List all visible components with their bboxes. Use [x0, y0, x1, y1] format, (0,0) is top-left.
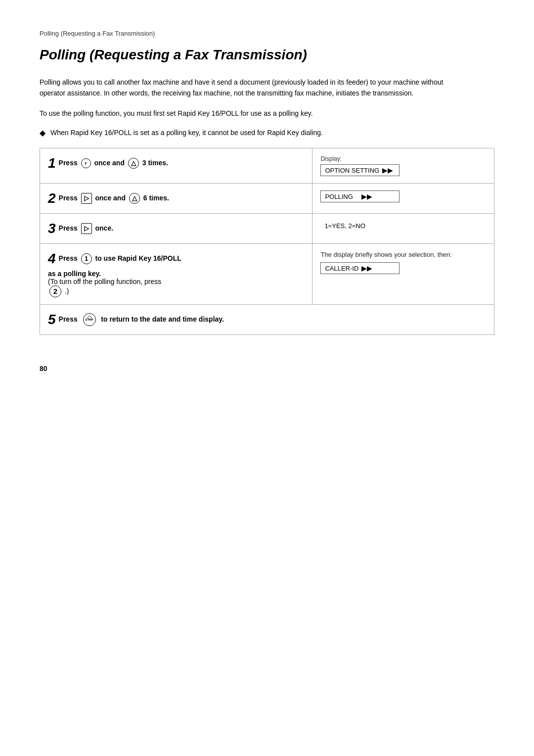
step-3-header: 3 Press ▷ once. — [48, 221, 304, 236]
display-text-2: POLLING — [325, 193, 353, 200]
step-4-header: 4 Press 1 to use Rapid Key 16/POLL — [48, 251, 304, 267]
breadcrumb: Polling (Requesting a Fax Transmission) — [40, 30, 494, 37]
table-row: 1 Press F once and △ 3 times. Display: O… — [40, 148, 494, 184]
step-2-number: 2 — [48, 190, 56, 206]
step-3-left: 3 Press ▷ once. — [40, 214, 312, 244]
page-number: 80 — [40, 365, 494, 373]
key2-icon: 2 — [49, 285, 61, 297]
step-4-sub-bold: as a polling key. — [48, 270, 101, 278]
step-3-instruction: Press ▷ once. — [59, 223, 114, 234]
page-title: Polling (Requesting a Fax Transmission) — [40, 47, 494, 63]
scroll-up2-icon: △ — [129, 193, 140, 204]
step-4-sub: as a polling key. (To turn off the polli… — [48, 270, 304, 297]
steps-table: 1 Press F once and △ 3 times. Display: O… — [40, 148, 494, 335]
note-item: ◆ When Rapid Key 16/POLL is set as a pol… — [40, 128, 445, 138]
display-arrow-1: ▶▶ — [382, 166, 393, 174]
step-1-left: 1 Press F once and △ 3 times. — [40, 148, 312, 184]
display-text-3: 1=YES, 2=NO — [324, 222, 365, 230]
table-row: 3 Press ▷ once. 1=YES, 2=NO — [40, 214, 494, 244]
stop-icon: ◯STOP — [83, 313, 96, 326]
note-diamond: ◆ — [40, 128, 45, 138]
step-1-number: 1 — [48, 155, 56, 171]
display-box-3: 1=YES, 2=NO — [320, 221, 400, 231]
table-row: 5 Press ◯STOP to return to the date and … — [40, 305, 494, 335]
step-2-right: POLLING ▶▶ — [312, 184, 494, 214]
step-3-number: 3 — [48, 221, 56, 236]
display-box-1: OPTION SETTING ▶▶ — [320, 164, 400, 176]
display-arrow-2: ▶▶ — [356, 192, 373, 200]
step-5-number: 5 — [48, 312, 56, 328]
scroll-up-icon: △ — [128, 158, 139, 169]
menu-right2-icon: ▷ — [81, 223, 92, 234]
step-1-header: 1 Press F once and △ 3 times. — [48, 155, 304, 171]
step-5-header: 5 Press ◯STOP to return to the date and … — [48, 312, 486, 328]
key1-icon: 1 — [81, 253, 92, 264]
intro-para-1: Polling allows you to call another fax m… — [40, 77, 445, 99]
step-4-instruction: Press 1 to use Rapid Key 16/POLL — [59, 253, 181, 264]
display-note-4: The display briefly shows your selection… — [320, 251, 486, 258]
step-1-right: Display: OPTION SETTING ▶▶ — [312, 148, 494, 184]
step-4-right: The display briefly shows your selection… — [312, 244, 494, 305]
step-4-number: 4 — [48, 251, 56, 267]
display-text-1: OPTION SETTING — [325, 167, 379, 174]
table-row: 4 Press 1 to use Rapid Key 16/POLL as a … — [40, 244, 494, 305]
display-arrow-4: ▶▶ — [361, 264, 372, 272]
step-2-left: 2 Press ▷ once and △ 6 times. — [40, 184, 312, 214]
step-5-instruction: Press ◯STOP to return to the date and ti… — [59, 313, 224, 326]
display-label-1: Display: — [320, 155, 486, 162]
step-2-header: 2 Press ▷ once and △ 6 times. — [48, 190, 304, 206]
step-4-left: 4 Press 1 to use Rapid Key 16/POLL as a … — [40, 244, 312, 305]
function-icon: F — [81, 158, 91, 168]
step-4-sub-paren: (To turn off the polling function, press — [48, 278, 161, 285]
display-box-2: POLLING ▶▶ — [320, 190, 400, 202]
display-box-4: CALLER-ID ▶▶ — [320, 262, 400, 274]
note-text: When Rapid Key 16/POLL is set as a polli… — [50, 128, 323, 138]
display-text-4: CALLER-ID — [325, 265, 358, 272]
step-3-right: 1=YES, 2=NO — [312, 214, 494, 244]
step-2-instruction: Press ▷ once and △ 6 times. — [59, 193, 169, 204]
step-4-sub-paren-end: .) — [65, 287, 69, 295]
table-row: 2 Press ▷ once and △ 6 times. POLLING ▶▶ — [40, 184, 494, 214]
step-1-instruction: Press F once and △ 3 times. — [59, 158, 168, 169]
step-5-left: 5 Press ◯STOP to return to the date and … — [40, 305, 494, 335]
intro-para-2: To use the polling function, you must fi… — [40, 108, 445, 119]
menu-right-icon: ▷ — [81, 193, 92, 204]
